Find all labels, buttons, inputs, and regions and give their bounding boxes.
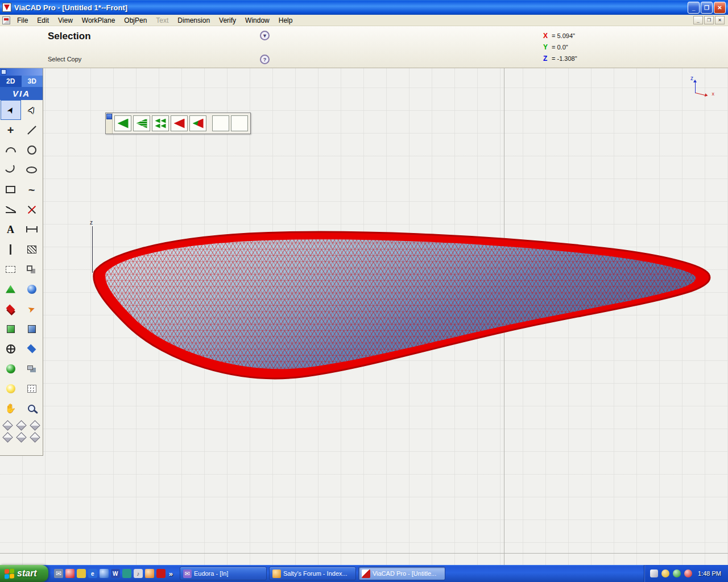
tool-polyline-button[interactable] (1, 199, 21, 219)
quicklaunch-player-icon[interactable] (145, 569, 154, 578)
menu-objpen[interactable]: ObjPen (119, 15, 151, 26)
mesh-display-wireframe-button[interactable] (171, 115, 188, 131)
globe-icon (6, 344, 15, 354)
mdi-close-button[interactable]: ✕ (715, 16, 725, 24)
tab-2d[interactable]: 2D (0, 76, 22, 87)
quicklaunch-media-icon[interactable]: ♪ (134, 569, 143, 578)
menu-file[interactable]: File (13, 15, 32, 26)
quicklaunch-tools-icon[interactable] (122, 569, 131, 578)
tool-point-button[interactable]: + (1, 120, 21, 140)
mesh-display-solid-button[interactable] (114, 115, 131, 131)
tool-line-button[interactable] (22, 120, 42, 140)
task-label-viacad: ViaCAD Pro - [Untitle... (373, 570, 436, 577)
quicklaunch-browser-icon[interactable]: e (88, 569, 97, 578)
tab-3d[interactable]: 3D (22, 76, 43, 87)
menu-help[interactable]: Help (274, 15, 297, 26)
tool-circle-button[interactable] (22, 140, 42, 160)
view-right-button[interactable] (1, 431, 14, 443)
tool-boolean-button[interactable] (22, 359, 42, 379)
restore-button[interactable]: ❐ (701, 2, 713, 14)
help-button[interactable]: ? (260, 55, 270, 64)
tray-mouse-icon[interactable] (650, 569, 658, 577)
tool-copy-button[interactable] (22, 259, 42, 279)
close-button[interactable]: ✕ (714, 2, 726, 14)
tool-extrude-button[interactable] (1, 279, 21, 299)
view-top-button[interactable] (15, 419, 28, 431)
tool-text-button[interactable]: A (1, 219, 21, 239)
tool-trim-button[interactable] (22, 199, 42, 219)
tool-curve-button[interactable] (1, 160, 21, 180)
quicklaunch-app-icon[interactable] (156, 569, 166, 578)
tray-status-icon[interactable] (684, 569, 692, 577)
menu-view[interactable]: View (53, 15, 77, 26)
z-axis-label: Z (543, 55, 549, 63)
x-axis-label: X (543, 32, 549, 40)
menu-workplane[interactable]: WorkPlane (77, 15, 119, 26)
tool-sphere-button[interactable] (22, 279, 42, 299)
hull-mesh-model[interactable] (0, 68, 728, 565)
show-entity-button[interactable] (212, 115, 229, 131)
quicklaunch-eudora-icon[interactable] (65, 569, 75, 578)
tool-options-dropdown-button[interactable]: ▼ (260, 31, 270, 40)
tool-gem-button[interactable] (22, 339, 42, 359)
boolean-boxes-icon (27, 365, 33, 370)
menubar: File Edit View WorkPlane ObjPen Text Dim… (0, 15, 728, 26)
zoom-magnifier-icon (28, 405, 35, 412)
tool-solid-button[interactable] (1, 319, 21, 339)
mdi-restore-button[interactable]: ❐ (704, 16, 714, 24)
tool-render-button[interactable] (22, 379, 42, 398)
tool-sweep-button[interactable]: ➤ (22, 299, 42, 319)
task-viacad[interactable]: ViaCAD Pro - [Untitle... (358, 567, 445, 580)
tool-rectangle-button[interactable] (1, 180, 21, 199)
tool-cube-button[interactable] (22, 319, 42, 339)
tool-light-button[interactable] (1, 379, 21, 398)
view-front-button[interactable] (28, 419, 42, 431)
coordinate-z: Z = -1.308" (543, 55, 577, 63)
task-saltys-forum[interactable]: Salty's Forum - Index... (269, 567, 356, 580)
quicklaunch-mail-icon[interactable]: ✉ (54, 569, 63, 578)
minimize-button[interactable]: _ (688, 2, 700, 14)
tool-globe-button[interactable] (1, 339, 21, 359)
quicklaunch-word-icon[interactable]: W (111, 569, 120, 578)
quick-launch-overflow-chevron[interactable]: » (168, 569, 174, 578)
mesh-display-shaded-button[interactable] (133, 115, 150, 131)
tool-dimension-button[interactable] (22, 219, 42, 239)
task-eudora[interactable]: ✉ Eudora - [In] (180, 567, 267, 580)
menu-edit[interactable]: Edit (32, 15, 53, 26)
document-icon[interactable] (2, 16, 10, 24)
tool-select-button[interactable]: ➤ (1, 100, 21, 120)
tool-blend-button[interactable] (1, 359, 21, 379)
view-axon-button[interactable] (28, 431, 42, 443)
tool-workplane-button[interactable] (1, 259, 21, 279)
drawing-canvas[interactable]: z (0, 68, 728, 565)
view-iso-button[interactable] (1, 419, 14, 431)
start-button[interactable]: start (0, 565, 48, 582)
palette-mode-tabs: 2D 3D (0, 76, 43, 87)
mdi-minimize-button[interactable]: _ (693, 16, 703, 24)
mesh-display-mixed-button[interactable] (189, 115, 206, 131)
menu-dimension[interactable]: Dimension (173, 15, 214, 26)
view-back-button[interactable] (15, 431, 28, 443)
tool-offset-button[interactable] (1, 239, 21, 259)
hide-entity-button[interactable] (231, 115, 248, 131)
tool-ellipse-button[interactable] (22, 160, 42, 180)
tool-surface-button[interactable] (1, 299, 21, 319)
tool-pan-button[interactable]: ✋ (1, 398, 21, 418)
palette-drag-handle[interactable] (0, 68, 43, 76)
tool-spline-button[interactable]: ~ (22, 180, 42, 199)
toolbar-drag-handle[interactable] (106, 113, 113, 134)
tool-hatch-button[interactable] (22, 239, 42, 259)
tray-volume-icon[interactable] (661, 569, 669, 577)
tool-select-alt-button[interactable]: ➤ (22, 100, 42, 120)
mesh-display-facets-button[interactable] (152, 115, 169, 131)
tray-antivirus-icon[interactable] (673, 569, 681, 577)
quicklaunch-notes-icon[interactable] (77, 569, 86, 578)
menu-verify[interactable]: Verify (214, 15, 241, 26)
quicklaunch-messenger-icon[interactable] (100, 569, 109, 578)
menu-window[interactable]: Window (241, 15, 274, 26)
taskbar-clock[interactable]: 1:48 PM (698, 570, 721, 577)
tool-zoom-button[interactable] (22, 398, 42, 418)
sweep-arrow-icon: ➤ (27, 304, 36, 314)
right-view-icon (2, 432, 13, 442)
tool-arc-button[interactable] (1, 140, 21, 160)
